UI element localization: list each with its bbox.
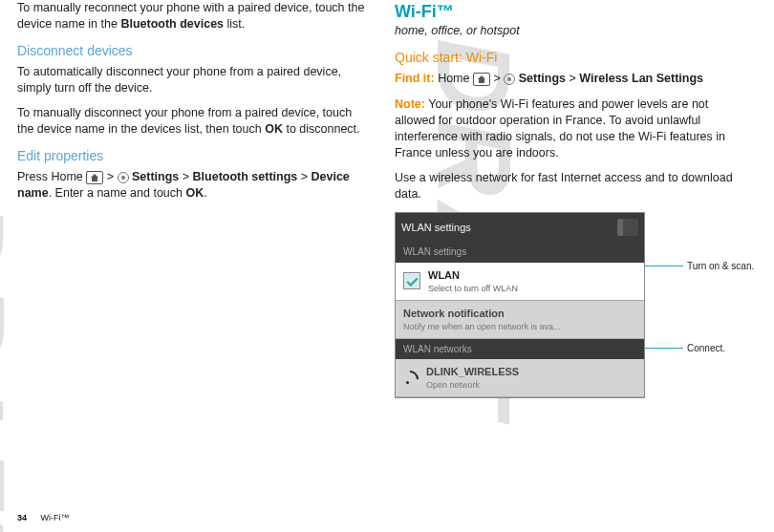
text: Your phone's Wi-Fi features and power le… bbox=[395, 97, 725, 160]
text-bold: Settings bbox=[132, 170, 179, 183]
paragraph: To automatically disconnect your phone f… bbox=[17, 64, 370, 96]
text: . Enter a name and touch bbox=[49, 186, 186, 200]
text: > bbox=[179, 170, 192, 183]
text: > bbox=[103, 170, 117, 183]
item-title: Network notification bbox=[403, 307, 561, 321]
text: > bbox=[297, 170, 311, 183]
section-header: WLAN settings bbox=[396, 242, 644, 263]
list-item-network[interactable]: DLINK_WIRELESS Open network bbox=[396, 359, 644, 397]
item-subtitle: Select to turn off WLAN bbox=[428, 283, 518, 294]
screenshot-wrapper: WLAN settings WLAN settings WLAN Select … bbox=[395, 212, 747, 398]
left-column: To manually reconnect your phone with a … bbox=[17, 0, 370, 398]
text: Press Home bbox=[17, 170, 86, 183]
titlebar-text: WLAN settings bbox=[401, 221, 471, 235]
item-title: DLINK_WIRELESS bbox=[426, 365, 519, 379]
text-bold: Wireless Lan Settings bbox=[579, 72, 703, 85]
text-bold: Bluetooth settings bbox=[193, 170, 298, 183]
callout-turn-on: Turn on & scan. bbox=[687, 260, 754, 273]
text: > bbox=[566, 72, 579, 85]
list-item-wlan[interactable]: WLAN Select to turn off WLAN bbox=[396, 263, 644, 301]
text-bold: Settings bbox=[519, 72, 566, 85]
phone-screenshot: WLAN settings WLAN settings WLAN Select … bbox=[395, 212, 645, 398]
item-subtitle: Notify me when an open network is ava... bbox=[403, 321, 561, 332]
paragraph-note: Note: Your phone's Wi-Fi features and po… bbox=[395, 96, 747, 161]
label-note: Note: bbox=[395, 97, 425, 111]
titlebar: WLAN settings bbox=[396, 213, 644, 242]
subtitle: home, office, or hotspot bbox=[395, 23, 747, 39]
heading-quickstart: Quick start: Wi-Fi bbox=[395, 49, 747, 67]
text: Home bbox=[435, 72, 473, 85]
right-column: Wi-Fi™ home, office, or hotspot Quick st… bbox=[395, 0, 747, 398]
list-item-notification[interactable]: Network notification Notify me when an o… bbox=[396, 301, 644, 339]
text: to disconnect. bbox=[283, 122, 360, 136]
back-icon[interactable] bbox=[617, 219, 638, 236]
home-icon bbox=[473, 73, 490, 86]
heading-disconnect: Disconnect devices bbox=[17, 42, 370, 60]
callout-line bbox=[645, 266, 683, 266]
text-bold: Bluetooth devices bbox=[120, 17, 224, 31]
gear-icon bbox=[504, 74, 515, 85]
section-header: WLAN networks bbox=[396, 339, 644, 360]
text-bold: OK bbox=[186, 186, 204, 200]
text-bold: OK bbox=[265, 122, 283, 136]
heading-edit: Edit properties bbox=[17, 147, 370, 165]
item-subtitle: Open network bbox=[426, 379, 519, 391]
wifi-icon bbox=[403, 371, 419, 386]
paragraph-findit: Find it: Home > Settings > Wireless Lan … bbox=[395, 71, 747, 87]
text: list. bbox=[224, 17, 245, 31]
gear-icon bbox=[118, 172, 129, 183]
heading-wifi: Wi-Fi™ bbox=[395, 0, 747, 23]
label-findit: Find it: bbox=[395, 72, 435, 85]
paragraph: To manually disconnect your phone from a… bbox=[17, 105, 370, 138]
footer: 34 Wi-Fi™ bbox=[17, 513, 70, 522]
item-title: WLAN bbox=[428, 268, 518, 283]
callout-connect: Connect. bbox=[687, 342, 725, 355]
checkbox-icon[interactable] bbox=[403, 272, 420, 289]
footer-section: Wi-Fi™ bbox=[41, 513, 70, 522]
paragraph: Press Home > Settings > Bluetooth settin… bbox=[17, 169, 370, 202]
text: . bbox=[204, 186, 206, 200]
paragraph: To manually reconnect your phone with a … bbox=[17, 0, 370, 32]
callout-line bbox=[645, 348, 683, 349]
paragraph: Use a wireless network for fast Internet… bbox=[395, 170, 747, 202]
text: > bbox=[490, 72, 504, 85]
home-icon bbox=[86, 171, 103, 184]
page-number: 34 bbox=[17, 513, 27, 522]
